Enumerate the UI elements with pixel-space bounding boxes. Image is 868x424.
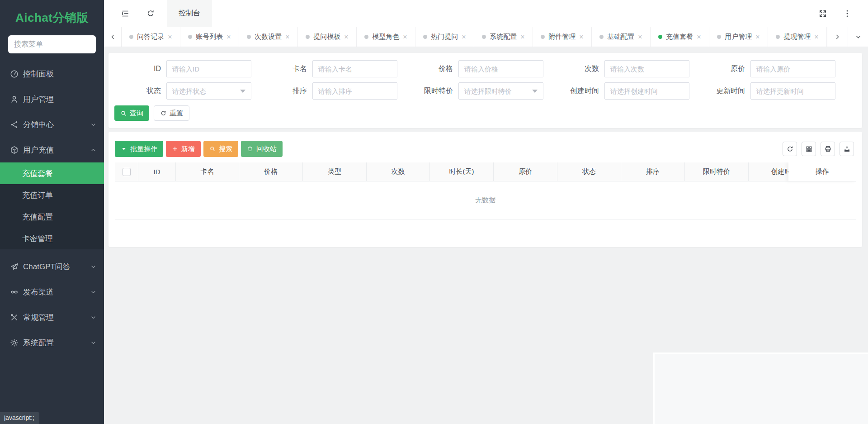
gear-icon [9, 338, 19, 348]
tab-dot [776, 35, 780, 39]
tab-model-role[interactable]: 模型角色× [357, 27, 415, 47]
tab-scroll-left-button[interactable] [104, 27, 122, 47]
sidebar-item-recharge-config[interactable]: 充值配置 [0, 206, 104, 228]
add-button-label: 新增 [181, 145, 195, 153]
tab-close-icon[interactable]: × [462, 33, 466, 41]
tab-close-icon[interactable]: × [285, 33, 289, 41]
app-logo: Aichat分销版 [0, 0, 104, 26]
tab-question-template[interactable]: 提问模板× [298, 27, 357, 47]
filter-label: 次数 [552, 64, 604, 74]
tab-withdraw-management[interactable]: 提现管理× [768, 27, 827, 47]
search-button[interactable]: 搜索 [203, 141, 238, 157]
sidebar: Aichat分销版 控制面板 用户管理 分销中心 [0, 0, 104, 424]
tab-label: 提问模板 [313, 33, 340, 41]
admin-app: Aichat分销版 控制面板 用户管理 分销中心 [0, 0, 868, 424]
printer-icon [824, 145, 832, 153]
sidebar-item-label: 系统配置 [23, 338, 54, 348]
tab-qa-records[interactable]: 问答记录× [122, 27, 180, 47]
sidebar-item-dashboard[interactable]: 控制面板 [0, 61, 104, 86]
tab-count-settings[interactable]: 次数设置× [239, 27, 298, 47]
tab-close-icon[interactable]: × [403, 33, 407, 41]
chevron-up-icon [90, 147, 97, 153]
print-button[interactable] [821, 142, 835, 156]
query-button-label: 查询 [130, 109, 143, 118]
filter-status-select[interactable] [167, 87, 251, 95]
tab-close-icon[interactable]: × [226, 33, 231, 41]
reset-button[interactable]: 重置 [154, 105, 189, 121]
sidebar-item-label: ChatGPT问答 [23, 262, 71, 272]
tab-user-management[interactable]: 用户管理× [709, 27, 768, 47]
sidebar-item-system-config[interactable]: 系统配置 [0, 330, 104, 355]
menu-search-input[interactable] [14, 40, 90, 48]
column-header-status: 状态 [557, 162, 621, 181]
submenu-item-label: 充值套餐 [22, 168, 53, 179]
tab-scroll-right-button[interactable] [827, 27, 848, 47]
filter-original-price-input[interactable] [751, 65, 835, 73]
tab-close-icon[interactable]: × [520, 33, 524, 41]
tab-close-icon[interactable]: × [579, 33, 583, 41]
filter-count-input[interactable] [605, 65, 689, 73]
recycle-bin-button[interactable]: 回收站 [241, 141, 283, 157]
tab-label: 账号列表 [196, 33, 223, 41]
tab-system-config[interactable]: 系统配置× [474, 27, 533, 47]
trash-icon [247, 146, 253, 152]
filter-sort-input[interactable] [313, 87, 397, 95]
tab-close-icon[interactable]: × [814, 33, 818, 41]
filter-field-original-price: 原价 [698, 60, 844, 77]
sidebar-item-recharge-orders[interactable]: 充值订单 [0, 184, 104, 206]
sidebar-item-publish-channels[interactable]: 发布渠道 [0, 279, 104, 305]
query-button[interactable]: 查询 [114, 105, 149, 121]
add-button[interactable]: 新增 [166, 141, 201, 157]
filter-special-offer-select[interactable] [459, 87, 543, 95]
tab-attachment-management[interactable]: 附件管理× [533, 27, 592, 47]
filter-label: 价格 [406, 64, 458, 74]
sidebar-item-user-recharge[interactable]: 用户充值 [0, 137, 104, 162]
tab-recharge-package[interactable]: 充值套餐× [651, 27, 709, 47]
tab-close-icon[interactable]: × [697, 33, 701, 41]
filter-field-card-name: 卡名 [260, 60, 406, 77]
data-table: ID 卡名 价格 类型 次数 时长(天) 原价 状态 排序 限时特价 创建时间 … [115, 162, 856, 219]
tab-label: 用户管理 [725, 33, 752, 41]
refresh-page-icon[interactable] [146, 9, 155, 18]
sidebar-item-recharge-package[interactable]: 充值套餐 [0, 162, 104, 184]
refresh-table-button[interactable] [783, 142, 797, 156]
filter-field-updated-time: 更新时间 [698, 82, 844, 100]
filter-card-name-input[interactable] [313, 65, 397, 73]
columns-icon [805, 145, 813, 153]
export-button[interactable] [840, 142, 854, 156]
filter-id-input[interactable] [167, 65, 251, 73]
table-panel: 批量操作 新增 搜索 回收站 [108, 132, 862, 247]
filter-actions: 查询 重置 [114, 105, 862, 121]
console-tab[interactable]: 控制台 [167, 0, 212, 27]
input-box [750, 60, 835, 77]
collapse-sidebar-icon[interactable] [121, 9, 130, 18]
sidebar-item-label: 发布渠道 [23, 287, 54, 297]
tab-list-dropdown-button[interactable] [848, 27, 868, 47]
sidebar-item-distribution-center[interactable]: 分销中心 [0, 112, 104, 137]
filter-label: ID [114, 65, 166, 73]
tab-account-list[interactable]: 账号列表× [180, 27, 239, 47]
share-icon [9, 120, 19, 129]
select-all-checkbox[interactable] [123, 168, 131, 176]
sidebar-item-user-management[interactable]: 用户管理 [0, 86, 104, 112]
columns-button[interactable] [802, 142, 816, 156]
tab-close-icon[interactable]: × [755, 33, 760, 41]
fullscreen-icon[interactable] [818, 9, 827, 18]
tab-close-icon[interactable]: × [638, 33, 642, 41]
input-box [166, 60, 251, 77]
tab-basic-config[interactable]: 基础配置× [592, 27, 651, 47]
tab-close-icon[interactable]: × [344, 33, 348, 41]
top-bar: 控制台 [104, 0, 868, 27]
sidebar-item-chatgpt-qa[interactable]: ChatGPT问答 [0, 254, 104, 279]
filter-updated-time-input[interactable] [751, 87, 835, 95]
tab-close-icon[interactable]: × [168, 33, 172, 41]
batch-actions-button[interactable]: 批量操作 [115, 141, 163, 157]
sidebar-item-card-key-management[interactable]: 卡密管理 [0, 228, 104, 249]
filter-field-id: ID [114, 60, 260, 77]
dashboard-icon [9, 69, 19, 79]
tab-hot-questions[interactable]: 热门提问× [415, 27, 474, 47]
more-menu-icon[interactable] [843, 9, 852, 18]
sidebar-item-general-management[interactable]: 常规管理 [0, 305, 104, 330]
filter-created-time-input[interactable] [605, 87, 689, 95]
filter-price-input[interactable] [459, 65, 543, 73]
